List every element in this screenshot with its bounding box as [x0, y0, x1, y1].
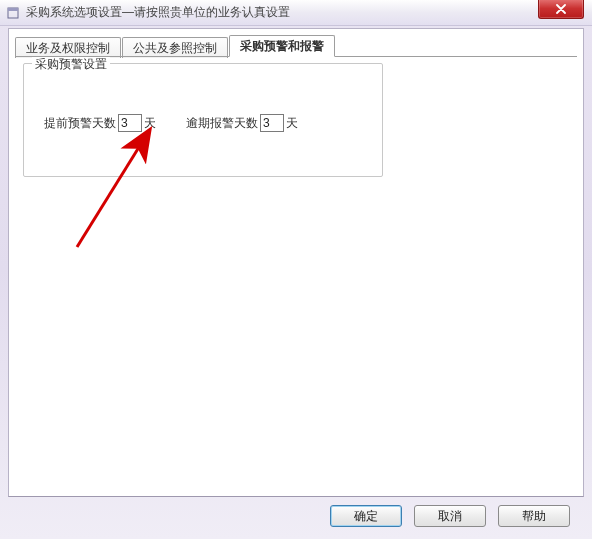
pre-warn-label: 提前预警天数	[44, 115, 116, 132]
tab-public-reference[interactable]: 公共及参照控制	[122, 37, 228, 58]
tab-purchase-warning[interactable]: 采购预警和报警	[229, 35, 335, 57]
app-icon	[6, 6, 20, 20]
pre-warn-days-input[interactable]	[118, 114, 142, 132]
tab-business-permission[interactable]: 业务及权限控制	[15, 37, 121, 58]
help-button[interactable]: 帮助	[498, 505, 570, 527]
pre-warn-unit: 天	[144, 115, 156, 132]
ok-button-label: 确定	[354, 509, 378, 523]
window-title: 采购系统选项设置—请按照贵单位的业务认真设置	[26, 4, 290, 21]
overdue-label: 逾期报警天数	[186, 115, 258, 132]
svg-rect-1	[8, 8, 18, 11]
client-area: 业务及权限控制 公共及参照控制 采购预警和报警 采购预警设置 提前预警天数 天	[8, 28, 584, 497]
overdue-field: 逾期报警天数 天	[186, 114, 298, 132]
close-icon	[555, 4, 567, 14]
tab-label: 业务及权限控制	[26, 41, 110, 55]
tab-content: 采购预警设置 提前预警天数 天 逾期报警天数 天	[15, 57, 577, 490]
overdue-days-input[interactable]	[260, 114, 284, 132]
pre-warn-field: 提前预警天数 天	[44, 114, 156, 132]
dialog-button-bar: 确定 取消 帮助	[8, 501, 584, 531]
overdue-unit: 天	[286, 115, 298, 132]
close-button[interactable]	[538, 0, 584, 19]
groupbox-row: 提前预警天数 天 逾期报警天数 天	[44, 114, 298, 132]
groupbox-title: 采购预警设置	[32, 56, 110, 73]
title-bar: 采购系统选项设置—请按照贵单位的业务认真设置	[0, 0, 592, 26]
tabs-strip: 业务及权限控制 公共及参照控制 采购预警和报警	[15, 35, 577, 57]
help-button-label: 帮助	[522, 509, 546, 523]
cancel-button-label: 取消	[438, 509, 462, 523]
ok-button[interactable]: 确定	[330, 505, 402, 527]
purchase-warning-groupbox: 采购预警设置 提前预警天数 天 逾期报警天数 天	[23, 63, 383, 177]
cancel-button[interactable]: 取消	[414, 505, 486, 527]
tab-label: 公共及参照控制	[133, 41, 217, 55]
tab-label: 采购预警和报警	[240, 39, 324, 53]
